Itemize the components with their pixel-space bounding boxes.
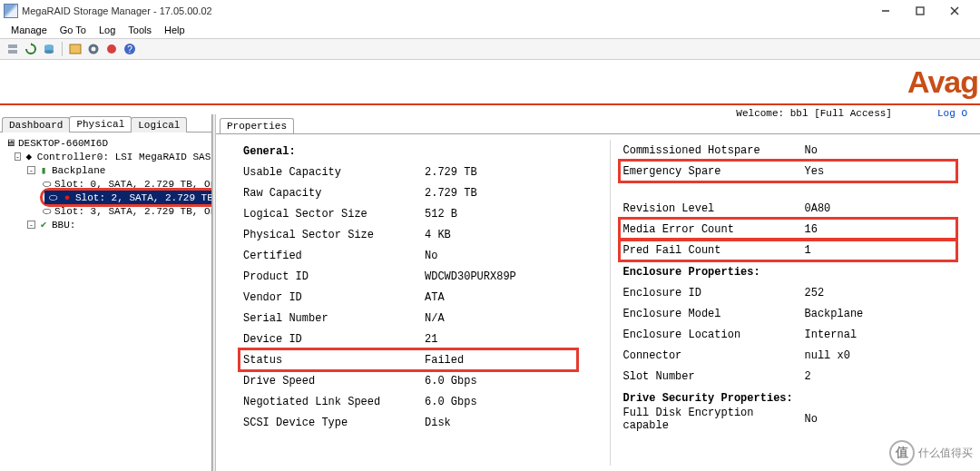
prop-row: Vendor IDATA	[243, 287, 597, 308]
expander-icon[interactable]: -	[27, 221, 35, 229]
enc-prop-value: Internal	[805, 329, 858, 341]
menu-tools[interactable]: Tools	[122, 23, 157, 37]
prop-label: Device ID	[243, 333, 425, 346]
gear-icon[interactable]	[86, 42, 101, 56]
menu-goto[interactable]: Go To	[54, 23, 92, 37]
tree-host[interactable]: 🖥 DESKTOP-660MI6D	[2, 136, 210, 150]
prop-value: 4 KB	[425, 229, 451, 241]
tab-properties[interactable]: Properties	[220, 118, 294, 133]
prop-label: Status	[243, 354, 425, 367]
tree-label: Slot: 2, SATA, 2.729 TB, Failed,(5	[75, 192, 211, 203]
prop-label: Product ID	[243, 270, 425, 283]
minimize-button[interactable]	[873, 3, 898, 19]
prop-value: WDCWD30PURX89P	[425, 270, 516, 283]
prop-row: Drive Speed6.0 Gbps	[243, 370, 597, 391]
prop-label: Usable Capacity	[243, 166, 425, 179]
tree-controller[interactable]: - ◆ Controller0: LSI MegaRAID SAS 9260-8…	[2, 150, 210, 163]
menu-bar: Manage Go To Log Tools Help	[0, 22, 980, 38]
prop-label: Serial Number	[243, 312, 425, 325]
enc-prop-row: Connectornull x0	[623, 345, 977, 366]
enc-prop-label: Slot Number	[623, 370, 805, 383]
left-tabs: Dashboard Physical Logical	[0, 114, 211, 132]
svg-rect-4	[8, 44, 17, 48]
prop-row: Pred Fail Count1	[623, 240, 977, 260]
device-tree[interactable]: 🖥 DESKTOP-660MI6D - ◆ Controller0: LSI M…	[0, 132, 211, 471]
maximize-button[interactable]	[907, 3, 933, 19]
prop-label: Commissioned Hotspare	[623, 144, 805, 157]
prop-row: StatusFailed	[243, 349, 597, 370]
prop-value: 512 B	[425, 208, 457, 221]
enc-prop-value: null x0	[805, 349, 850, 362]
tree-slot-2[interactable]: ⬭ ● Slot: 2, SATA, 2.729 TB, Failed,(5	[44, 191, 211, 204]
sec-prop-label: Full Disk Encryption capable	[623, 407, 805, 432]
expander-icon[interactable]: -	[27, 166, 35, 174]
svg-rect-1	[916, 7, 924, 15]
window-titlebar: MegaRAID Storage Manager - 17.05.00.02	[0, 0, 980, 22]
prop-value: 2.729 TB	[425, 187, 477, 200]
props-right-col: Commissioned HotspareNoEmergency SpareYe…	[623, 140, 977, 466]
tree-label: Backplane	[52, 165, 105, 176]
close-button[interactable]	[942, 3, 967, 19]
props-left-col: General: Usable Capacity2.729 TBRaw Capa…	[243, 140, 597, 466]
finder-icon[interactable]	[68, 42, 83, 56]
enc-prop-label: Enclosure ID	[623, 287, 805, 299]
enc-prop-row: Slot Number2	[623, 366, 977, 387]
app-icon	[4, 4, 18, 18]
help-icon[interactable]: ?	[122, 42, 137, 56]
tab-physical[interactable]: Physical	[69, 116, 132, 132]
prop-row: Media Error Count16	[623, 219, 977, 240]
host-icon: 🖥	[4, 138, 16, 149]
prop-label: Physical Sector Size	[243, 229, 425, 241]
svg-marker-6	[31, 43, 34, 45]
cylinder-icon[interactable]	[42, 42, 56, 56]
right-panel: Properties General: Usable Capacity2.729…	[216, 114, 980, 471]
prop-label: Negotiated Link Speed	[243, 396, 425, 408]
prop-label: Vendor ID	[243, 291, 425, 304]
enc-prop-label: Connector	[623, 349, 805, 362]
tree-label: Controller0: LSI MegaRAID SAS 9260-8i(Bu…	[37, 152, 211, 162]
avago-logo: Avag	[907, 64, 978, 100]
enc-prop-label: Enclosure Location	[623, 329, 805, 341]
brand-banner: Avag	[0, 60, 980, 105]
properties-panel: General: Usable Capacity2.729 TBRaw Capa…	[216, 134, 980, 471]
tab-dashboard[interactable]: Dashboard	[2, 117, 70, 132]
prop-label: Raw Capacity	[243, 187, 425, 200]
prop-row: Logical Sector Size512 B	[243, 203, 597, 224]
prop-value: No	[805, 144, 818, 157]
tree-slot-3[interactable]: ⬭ Slot: 3, SATA, 2.729 TB, Online,(512	[2, 204, 210, 218]
tree-label: DESKTOP-660MI6D	[18, 138, 108, 149]
menu-manage[interactable]: Manage	[5, 23, 53, 37]
menu-help[interactable]: Help	[159, 23, 191, 37]
tab-logical[interactable]: Logical	[131, 117, 187, 132]
failed-icon: ●	[61, 192, 74, 203]
prop-row: Physical Sector Size4 KB	[243, 224, 597, 245]
tree-backplane[interactable]: - ▮ Backplane	[2, 163, 210, 177]
sec-prop-value: No	[805, 413, 818, 426]
prop-row: Serial NumberN/A	[243, 308, 597, 329]
enc-prop-row: Enclosure LocationInternal	[623, 324, 977, 345]
svg-point-9	[44, 50, 54, 54]
tree-label: BBU:	[52, 220, 75, 231]
watermark-icon: 值	[889, 440, 915, 466]
tree-slot-2-highlight: ⬭ ● Slot: 2, SATA, 2.729 TB, Failed,(5	[2, 191, 210, 204]
tree-bbu[interactable]: - ✔ BBU:	[2, 218, 210, 231]
section-enclosure: Enclosure Properties:	[623, 260, 977, 282]
watermark-text: 什么值得买	[918, 446, 973, 461]
expander-icon[interactable]: -	[15, 152, 21, 161]
prop-value: 0A80	[805, 202, 831, 215]
server-icon[interactable]	[5, 42, 20, 56]
enc-prop-value: Backplane	[805, 308, 864, 320]
prop-value: Yes	[805, 165, 825, 178]
window-controls	[873, 3, 976, 19]
right-tabs: Properties	[216, 114, 980, 134]
alarm-icon[interactable]	[104, 42, 119, 56]
refresh-icon[interactable]	[24, 42, 38, 56]
menu-log[interactable]: Log	[93, 23, 121, 37]
svg-point-12	[107, 44, 116, 54]
column-divider	[610, 140, 611, 466]
prop-value: Failed	[425, 354, 464, 367]
toolbar: ?	[0, 38, 980, 60]
sec-prop-row: Full Disk Encryption capableNo	[623, 408, 977, 429]
prop-label: Logical Sector Size	[243, 208, 425, 221]
enc-prop-label: Enclosure Model	[623, 308, 805, 320]
